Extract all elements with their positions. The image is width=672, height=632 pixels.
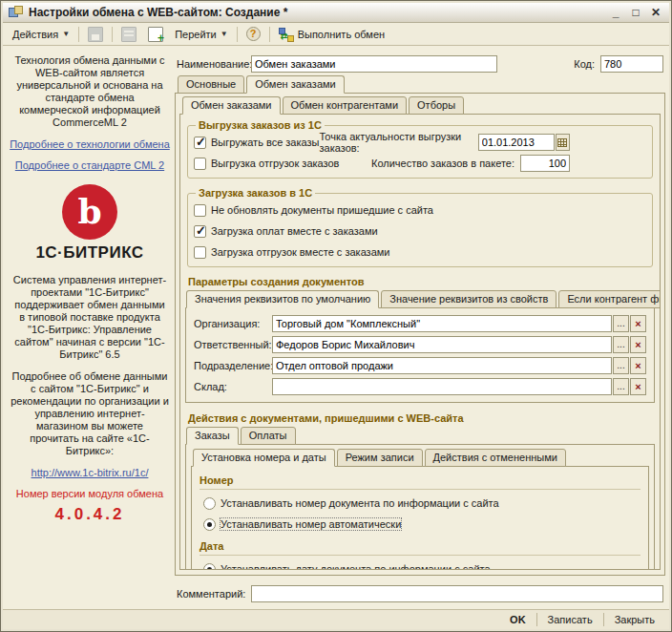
maximize-button[interactable]: □ bbox=[628, 4, 643, 21]
cml-standard-link[interactable]: Подробнее о стандарте CML 2 bbox=[9, 159, 171, 171]
order-exchange-panel: Выгрузка заказов из 1С Выгружать все зак… bbox=[179, 114, 661, 570]
save-record-button[interactable]: Записать bbox=[537, 611, 603, 629]
close-button[interactable]: ✕ bbox=[648, 4, 663, 21]
calendar-icon bbox=[557, 138, 567, 147]
sidebar-more-info-text: Подробнее об обмене данными с сайтом "1С… bbox=[10, 370, 169, 457]
tab-orders[interactable]: Заказы bbox=[186, 427, 239, 445]
ok-button[interactable]: OK bbox=[499, 611, 536, 629]
help-icon: ? bbox=[246, 27, 261, 41]
number-and-date-panel: Номер Устанавливать номер документа по и… bbox=[191, 466, 649, 570]
actions-menu-button[interactable]: Действия ▼ bbox=[7, 26, 75, 43]
department-clear-button[interactable]: × bbox=[630, 357, 646, 374]
chevron-down-icon: ▼ bbox=[62, 30, 70, 38]
warehouse-input[interactable] bbox=[272, 378, 612, 395]
comment-input[interactable] bbox=[251, 585, 663, 602]
tab-osnovnye[interactable]: Основные bbox=[178, 75, 244, 94]
exchange-settings-window: Настройки обмена с WEB-сайтом: Создание … bbox=[0, 0, 672, 632]
name-input[interactable] bbox=[251, 55, 497, 73]
run-exchange-button[interactable]: ⇄ Выполнить обмен bbox=[273, 24, 390, 45]
actuality-date-input[interactable] bbox=[478, 134, 555, 151]
tab-order-exchange[interactable]: Обмен заказами bbox=[182, 96, 281, 115]
organization-select-button[interactable]: ... bbox=[613, 315, 629, 332]
import-row: Загрузка отгрузок вместе с заказами bbox=[194, 242, 646, 263]
reread-button[interactable] bbox=[142, 24, 169, 45]
list-icon bbox=[121, 27, 136, 42]
tab-if-individual[interactable]: Если контрагент физ. лицо bbox=[558, 290, 661, 308]
bitrix-site-link[interactable]: http://www.1c-bitrix.ru/1c/ bbox=[9, 467, 171, 478]
toolbar-separator bbox=[112, 27, 113, 42]
load-payments-checkbox[interactable] bbox=[194, 225, 206, 238]
help-button[interactable]: ? bbox=[241, 24, 266, 44]
organization-clear-button[interactable]: × bbox=[630, 315, 646, 332]
export-shipments-checkbox[interactable] bbox=[194, 158, 206, 170]
number-from-site-label: Устанавливать номер документа по информа… bbox=[220, 497, 499, 509]
tab-counterparty-exchange[interactable]: Обмен контрагентами bbox=[283, 96, 408, 115]
technology-info-link[interactable]: Подробнее о технологии обмена bbox=[9, 138, 171, 150]
no-update-docs-checkbox[interactable] bbox=[194, 204, 206, 217]
orders-actions-panel: Установка номера и даты Режим записи Дей… bbox=[185, 444, 655, 570]
export-orders-group: Выгрузка заказов из 1С Выгружать все зак… bbox=[187, 119, 653, 179]
warehouse-clear-button[interactable]: × bbox=[630, 378, 646, 395]
load-payments-label: Загрузка оплат вместе с заказами bbox=[211, 225, 378, 237]
save-icon bbox=[88, 27, 103, 42]
package-group: Количество заказов в пакете: bbox=[371, 155, 570, 172]
name-code-row: Наименование: Код: bbox=[177, 55, 663, 73]
import-orders-group: Загрузка заказов в 1С Не обновлять докум… bbox=[187, 187, 653, 267]
import-row: Не обновлять документы пришедшие с сайта bbox=[194, 200, 646, 221]
window-icon bbox=[9, 6, 24, 19]
tab-label: Оплаты bbox=[249, 430, 287, 441]
save-button-disabled[interactable] bbox=[82, 24, 109, 45]
number-from-site-radio[interactable] bbox=[203, 497, 216, 510]
organization-input[interactable] bbox=[272, 315, 612, 332]
tab-payments[interactable]: Оплаты bbox=[241, 427, 296, 445]
chevron-down-icon: ▼ bbox=[220, 30, 228, 38]
number-automatic-radio[interactable] bbox=[203, 518, 216, 531]
tab-values-from-properties[interactable]: Значение реквизитов из свойств bbox=[381, 290, 556, 308]
load-shipments-label: Загрузка отгрузок вместе с заказами bbox=[211, 246, 390, 258]
tab-label: Если контрагент физ. лицо bbox=[567, 293, 661, 305]
info-sidebar: Технология обмена данными с WEB-сайтом я… bbox=[9, 54, 171, 609]
warehouse-select-button[interactable]: ... bbox=[613, 378, 629, 395]
document-plus-icon bbox=[148, 27, 163, 42]
tab-label: Режим записи bbox=[346, 452, 414, 463]
responsible-select-button[interactable]: ... bbox=[613, 336, 629, 353]
responsible-clear-button[interactable]: × bbox=[630, 336, 646, 353]
tab-label: Значения реквизитов по умолчанию bbox=[195, 293, 370, 305]
tab-label: Заказы bbox=[195, 430, 230, 441]
load-shipments-checkbox[interactable] bbox=[194, 246, 206, 259]
doc-actions-tab-strip: Заказы Оплаты bbox=[180, 427, 660, 445]
goto-menu-label: Перейти bbox=[175, 29, 217, 40]
actuality-group: Точка актуальности выгрузки заказов: bbox=[320, 131, 571, 154]
actions-menu-label: Действия bbox=[12, 29, 58, 40]
tab-filters[interactable]: Отборы bbox=[409, 96, 464, 115]
tab-number-and-date[interactable]: Установка номера и даты bbox=[193, 449, 335, 467]
date-from-site-label: Устанавливать дату документа по информац… bbox=[220, 563, 491, 570]
sidebar-about-text: Система управления интернет-проектами "1… bbox=[10, 274, 169, 361]
export-row-1: Выгружать все заказы Точка актуальности … bbox=[194, 132, 646, 153]
toolbar: Действия ▼ Перейти ▼ ? ⇄ Выполнить обмен bbox=[3, 23, 669, 46]
date-from-site-radio[interactable] bbox=[203, 563, 216, 571]
outer-tab-panel: Обмен заказами Обмен контрагентами Отбор… bbox=[175, 93, 665, 576]
tab-label: Действия с отмененными bbox=[433, 452, 557, 463]
department-select-button[interactable]: ... bbox=[613, 357, 629, 374]
tab-label: Обмен контрагентами bbox=[291, 99, 399, 111]
goto-menu-button[interactable]: Перейти ▼ bbox=[169, 26, 234, 43]
tab-cancelled-actions[interactable]: Действия с отмененными bbox=[425, 449, 566, 467]
tab-write-mode[interactable]: Режим записи bbox=[337, 449, 423, 467]
responsible-input[interactable] bbox=[272, 336, 612, 353]
tab-obmen-zakazami[interactable]: Обмен заказами bbox=[246, 75, 345, 94]
package-count-input[interactable] bbox=[520, 155, 570, 172]
copy-button-disabled[interactable] bbox=[116, 24, 142, 45]
inner-tab-strip: Обмен заказами Обмен контрагентами Отбор… bbox=[179, 96, 664, 115]
bitrix-logo: b bbox=[62, 184, 117, 240]
tab-default-values[interactable]: Значения реквизитов по умолчанию bbox=[186, 290, 379, 308]
calendar-button[interactable] bbox=[556, 134, 570, 151]
number-automatic-label: Устанавливать номер автоматически bbox=[220, 518, 401, 530]
minimize-button[interactable]: _ bbox=[608, 4, 623, 21]
department-input[interactable] bbox=[272, 357, 612, 374]
close-form-button[interactable]: Закрыть bbox=[604, 611, 665, 629]
tab-label: Обмен заказами bbox=[255, 78, 336, 90]
export-all-orders-checkbox[interactable] bbox=[194, 137, 206, 149]
main-area: Наименование: Код: Основные Обмен заказа… bbox=[175, 47, 665, 609]
code-input[interactable] bbox=[600, 55, 663, 73]
